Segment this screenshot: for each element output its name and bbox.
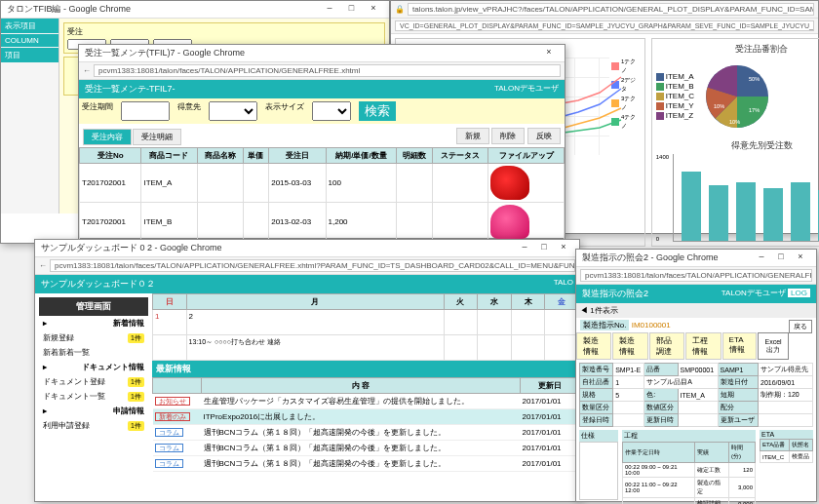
delete-button[interactable]: 削除 [491, 128, 525, 144]
close-icon[interactable]: × [539, 47, 559, 57]
product-table: 受注No商品コード商品名称 単価受注日納期/単価/数量 明細数ステータスファイル… [79, 147, 565, 242]
log-button[interactable]: LOG [788, 289, 810, 297]
tab[interactable]: 部品調達 [649, 332, 684, 360]
address-bar: 🔒 talons.talon.jp/view_vPRAJHC?/faces/TA… [391, 1, 818, 19]
sidebar-item[interactable]: COLUMN [1, 34, 58, 47]
tab[interactable]: ETA情報 [722, 332, 758, 360]
tab[interactable]: 工程情報 [685, 332, 721, 360]
tab-detail[interactable]: 受注明細 [133, 129, 181, 145]
news-row[interactable]: コラム週刊BCNコラム（第１８回）「超高速開発の今後」を更新しました。2017/… [153, 425, 579, 441]
minimize-icon[interactable]: – [320, 3, 339, 13]
sidebar-group: ▸ 申請情報 [39, 404, 148, 418]
cal-cell[interactable] [511, 310, 545, 335]
news-table: 内 容更新日 お知らせ生産管理パッケージ「カスタマイズ容易生産管理」の提供を開始… [152, 377, 579, 472]
sidebar-item[interactable]: 新着新着一覧 [39, 345, 148, 360]
section-header: 工程 [622, 430, 756, 442]
user-label: TALO [554, 278, 573, 291]
maximize-icon[interactable]: □ [534, 242, 554, 252]
maximize-icon[interactable]: □ [771, 252, 791, 261]
chart-title: 得意先別受注数 [656, 139, 819, 152]
table-row[interactable]: T201702001ITEM_A 2015-03-03100 [80, 164, 565, 203]
news-row[interactable]: お知らせ生産管理パッケージ「カスタマイズ容易生産管理」の提供を開始しました。20… [153, 394, 579, 409]
bar-chart [673, 154, 819, 242]
page-title: 受注一覧メンテ-TFIL7- [85, 83, 176, 96]
cal-cell[interactable] [478, 335, 512, 361]
job-row[interactable]: 00:22 11:00 ~ 09:22 12:00製造の指定3,000 [623, 478, 756, 498]
tab[interactable]: 製造情報 [576, 332, 611, 360]
news-row[interactable]: コラム週刊BCNコラム（第１８回）「超高速開発の今後」を更新しました。2017/… [153, 456, 579, 472]
titlebar: 製造指示の照会2 - Google Chrome –□× [576, 250, 816, 267]
breadcrumb: ◀ 1件表示 [576, 303, 816, 318]
cal-cell[interactable] [153, 335, 187, 361]
app-header: 受注一覧メンテ-TFIL7- TALONデモユーザ [79, 80, 565, 98]
table-row[interactable]: T201702001ITEM_B 2013-02-031,200 [80, 203, 565, 242]
cal-cell[interactable]: 1 [153, 310, 187, 335]
url-field[interactable]: pcvm1383:18081/talon/faces/TALON/APPLICA… [580, 269, 812, 282]
nav-back-icon[interactable]: ← [83, 66, 91, 75]
cal-cell[interactable] [511, 335, 545, 361]
job-row[interactable]: 00:22 09:00 ~ 09:21 10:00確定工数120 [623, 463, 756, 478]
field-label: 製造指示No. [580, 320, 629, 330]
titlebar: 受注一覧メンテ(TFIL)7 - Google Chrome × [79, 45, 565, 62]
maximize-icon[interactable]: □ [341, 3, 361, 13]
close-icon[interactable]: × [791, 252, 810, 261]
sidebar-header: 管理画面 [39, 297, 148, 316]
url-field[interactable]: pcvm1383:18081/talon/faces/TALON/APPLICA… [94, 64, 561, 77]
job-row[interactable]: 検証詳細0.000 [623, 498, 756, 505]
cal-cell[interactable] [545, 335, 579, 361]
news-panel: 最新情報 内 容更新日 お知らせ生産管理パッケージ「カスタマイズ容易生産管理」の… [152, 361, 579, 472]
cal-cell[interactable] [545, 310, 579, 335]
cal-cell[interactable] [478, 310, 512, 335]
tab-order[interactable]: 受注内容 [83, 129, 132, 145]
product-image-icon [490, 166, 529, 200]
cal-cell[interactable] [444, 310, 478, 335]
sidebar-group: ▸ 新着情報 [39, 316, 148, 330]
sidebar-item[interactable]: 項目 [1, 48, 58, 62]
size-select[interactable] [312, 101, 351, 121]
date-input[interactable] [121, 101, 170, 121]
close-icon[interactable]: × [554, 242, 573, 252]
eta-row[interactable]: ITEM_C検査品 [760, 451, 813, 463]
nav-back-icon[interactable]: ← [39, 261, 47, 270]
minimize-icon[interactable]: – [515, 242, 534, 252]
titlebar: サンプルダッシュボード 0 2 - Google Chrome –□× [35, 240, 579, 257]
tab[interactable]: 製造情報 [612, 332, 647, 360]
apply-button[interactable]: 反映 [527, 128, 561, 144]
minimize-icon[interactable]: – [752, 252, 771, 261]
sidebar-item[interactable]: ドキュメント登録1件 [39, 374, 148, 389]
close-icon[interactable]: × [364, 3, 383, 13]
sidebar-item[interactable]: 表示項目 [1, 19, 58, 33]
customer-select[interactable] [209, 101, 257, 121]
window-dashboard: サンプルダッシュボード 0 2 - Google Chrome –□× ←pcv… [34, 239, 580, 502]
svg-text:10%: 10% [714, 103, 724, 109]
breadcrumb-bar: VC_ID=GENERAL_PLOT_DISPLAY&PARAM_FUNC_ID… [391, 19, 818, 34]
page-title: 製造指示の照会2 [582, 288, 648, 300]
product-image-icon [490, 205, 529, 239]
news-row[interactable]: コラム週刊BCNコラム（第１８回）「超高速開発の今後」を更新しました。2017/… [153, 441, 579, 456]
chart-title: 受注品番割合 [656, 43, 819, 56]
search-button[interactable]: 検索 [359, 101, 396, 121]
back-button[interactable]: 戻る [789, 320, 812, 333]
news-row[interactable]: 新着のみITProExpo2016に出展しました。2017/01/01 [153, 409, 579, 425]
sidebar-item[interactable]: ドキュメント一覧1件 [39, 389, 148, 404]
cal-cell[interactable]: 2 [186, 310, 444, 335]
new-button[interactable]: 新規 [456, 128, 489, 144]
cal-cell[interactable] [444, 335, 478, 361]
secure-icon: 🔒 [395, 5, 405, 14]
url-field[interactable]: pcvm1383:18081/talon/faces/TALON/APPLICA… [50, 259, 575, 272]
block-label: 受注 [67, 27, 83, 36]
window-title: 製造指示の照会2 - Google Chrome [582, 252, 719, 264]
excel-button[interactable]: Excel出力 [758, 332, 789, 360]
window-order-list: 受注一覧メンテ(TFIL)7 - Google Chrome × ←pcvm13… [78, 44, 566, 239]
pie-chart-box: 受注品番割合 ITEM_A ITEM_B ITEM_C ITEM_Y ITEM_… [651, 38, 819, 247]
url-field[interactable]: talons.talon.jp/view_vPRAJHC?/faces/TALO… [408, 3, 814, 16]
sidebar-item[interactable]: 利用申請登録1件 [39, 418, 148, 433]
calendar: 日月火水木金 12 13:10～ ○○○○打ち合わせ 連絡 [152, 293, 579, 361]
dashboard-sidebar: 管理画面 ▸ 新着情報 新規登録1件 新着新着一覧 ▸ ドキュメント情報 ドキュ… [35, 293, 152, 504]
svg-text:10%: 10% [729, 119, 740, 125]
window-controls: – □ × [320, 3, 383, 16]
field-label: 表示サイズ [265, 101, 304, 121]
user-label: TALONデモユーザ [494, 83, 559, 96]
sidebar-item[interactable]: 新規登録1件 [39, 330, 148, 345]
cal-cell[interactable]: 13:10～ ○○○○打ち合わせ 連絡 [186, 335, 444, 361]
